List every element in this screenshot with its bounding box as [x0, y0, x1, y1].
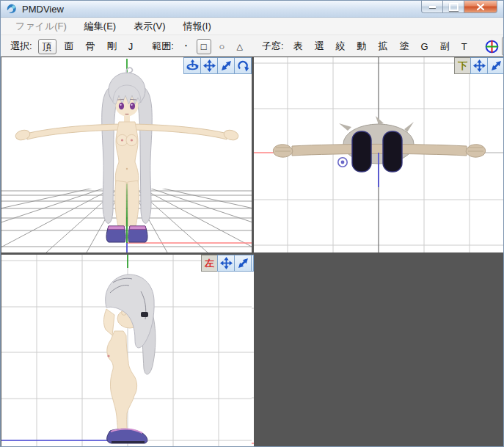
zoom-icon: [490, 59, 503, 72]
subwindow-hyo-button[interactable]: 表: [289, 38, 307, 54]
subwindow-g-button[interactable]: G: [417, 40, 433, 54]
close-button[interactable]: [464, 1, 497, 13]
model-side: [103, 275, 155, 443]
rotate-3d-button[interactable]: [183, 57, 201, 74]
maximize-button[interactable]: [443, 1, 464, 13]
window-title: PMDView: [22, 4, 64, 15]
axis-sphere-toggle[interactable]: [485, 37, 499, 55]
range-triangle-button[interactable]: △: [232, 40, 246, 53]
select-face-button[interactable]: 面: [60, 38, 78, 54]
pan-icon: [203, 59, 216, 72]
viewport-left[interactable]: 左: [1, 255, 252, 447]
orbit-button[interactable]: [234, 57, 252, 74]
perspective-view-controls: [184, 57, 252, 74]
select-vertex-button[interactable]: 頂: [38, 39, 56, 54]
title-bar[interactable]: PMDView: [1, 1, 503, 18]
subwindow-t-button[interactable]: T: [457, 40, 472, 54]
close-icon: [477, 4, 484, 10]
viewport-back[interactable]: 後: [252, 255, 254, 447]
menu-bar: ファイル(F) 編集(E) 表示(V) 情報(I): [1, 18, 503, 35]
viewport-bottom-label: 下: [454, 57, 471, 74]
model-bottom: [273, 116, 485, 172]
subwindow-fuku-button[interactable]: 副: [436, 38, 454, 54]
window-controls: [421, 1, 497, 13]
zoom-icon: [237, 257, 249, 269]
range-square-button[interactable]: □: [197, 39, 211, 54]
pmdview-window: PMDView ファイル(F) 編集(E) 表示(V) 情報(I) 選択: 頂 …: [0, 0, 504, 447]
viewport-bottom[interactable]: 下: [254, 57, 504, 252]
range-group-label: 範囲:: [152, 40, 174, 53]
pan-icon: [473, 59, 486, 72]
select-group-label: 選択:: [10, 40, 32, 53]
menu-info[interactable]: 情報(I): [175, 18, 220, 35]
ortho-grid: [252, 255, 254, 447]
subwindow-nuri-button[interactable]: 塗: [395, 38, 414, 54]
zoom-icon: [220, 59, 233, 72]
subwindow-shibo-button[interactable]: 絞: [332, 38, 350, 54]
range-circle-button[interactable]: ○: [215, 40, 230, 54]
app-icon: [6, 3, 18, 15]
rotate-3d-icon: [186, 59, 199, 72]
bone-marker: [338, 158, 347, 167]
select-joint-button[interactable]: J: [124, 40, 138, 54]
pan-icon: [220, 257, 233, 269]
viewport-perspective[interactable]: [1, 57, 252, 252]
menu-file[interactable]: ファイル(F): [7, 18, 76, 35]
zoom-button[interactable]: [217, 57, 235, 74]
select-rigid-button[interactable]: 剛: [103, 38, 121, 54]
subwindow-group-label: 子窓:: [262, 40, 284, 53]
range-dot-button[interactable]: ・: [179, 38, 193, 54]
subwindow-sen-button[interactable]: 選: [310, 38, 329, 54]
viewport-left-label: 左: [201, 255, 218, 272]
maximize-icon: [449, 3, 459, 11]
menu-view[interactable]: 表示(V): [125, 18, 174, 35]
menu-edit[interactable]: 編集(E): [76, 18, 125, 35]
orbit-icon: [237, 59, 249, 72]
minimize-icon: [429, 6, 436, 8]
minimize-button[interactable]: [421, 1, 443, 13]
bottom-view-controls: 下: [455, 57, 504, 74]
left-scene: [1, 255, 252, 447]
zoom-button[interactable]: [234, 255, 252, 272]
perspective-scene: [1, 57, 252, 252]
subwindow-dou-button[interactable]: 動: [353, 38, 371, 54]
pan-button[interactable]: [217, 255, 235, 272]
subwindow-kaku-button[interactable]: 拡: [374, 38, 392, 54]
bottom-scene: [254, 57, 504, 252]
axis-sphere-icon: [485, 40, 499, 54]
pan-button[interactable]: [470, 57, 488, 74]
quad-view-toggle[interactable]: [502, 37, 504, 56]
select-bone-button[interactable]: 骨: [81, 38, 100, 54]
viewport-grid: 下: [1, 57, 504, 447]
zoom-button[interactable]: [252, 255, 254, 272]
toolbar: 選択: 頂 面 骨 剛 J 範囲: ・ □ ○ △ 子窓: 表 選 絞 動 拡 …: [1, 35, 503, 57]
back-scene: [252, 255, 254, 447]
back-view-controls: 後: [252, 255, 254, 272]
left-view-controls: 左: [202, 255, 252, 272]
pan-button[interactable]: [200, 57, 218, 74]
zoom-button[interactable]: [487, 57, 504, 74]
